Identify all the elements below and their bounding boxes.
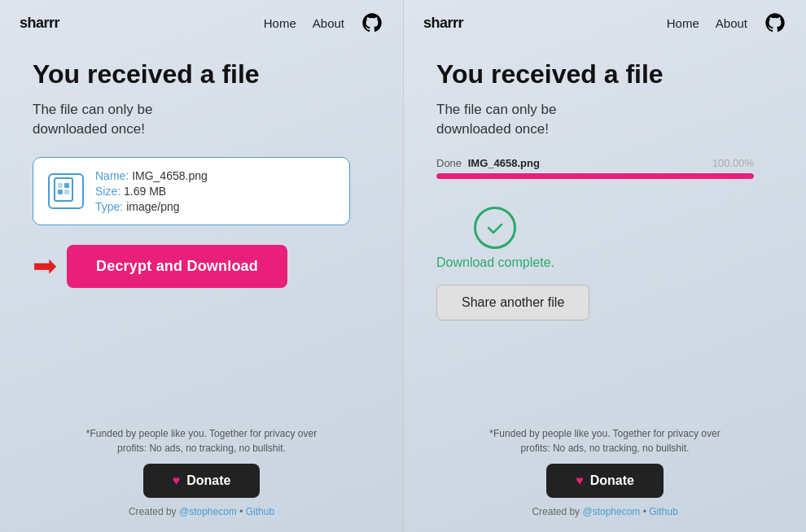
right-stophecom-link[interactable]: @stophecom	[582, 506, 640, 517]
left-panel: sharrr Home About You received a file Th…	[0, 0, 403, 532]
left-donate-button[interactable]: ♥ Donate	[143, 464, 261, 498]
svg-rect-0	[55, 178, 72, 201]
file-type-icon	[48, 173, 84, 209]
left-page-title: You received a file	[33, 60, 260, 89]
file-type: Type: image/png	[95, 200, 208, 213]
right-footer: *Funded by people like you. Together for…	[404, 426, 806, 532]
right-panel: sharrr Home About You received a file Th…	[403, 0, 806, 532]
right-donate-button[interactable]: ♥ Donate	[546, 464, 664, 498]
decrypt-download-button[interactable]: Decrypt and Download	[67, 245, 287, 288]
right-nav: Home About	[667, 11, 786, 34]
progress-label-row: Done IMG_4658.png 100.00%	[436, 157, 754, 169]
svg-rect-4	[64, 190, 69, 194]
complete-text: Download complete.	[436, 255, 554, 270]
share-another-file-button[interactable]: Share another file	[436, 285, 589, 321]
heart-icon: ♥	[173, 473, 181, 488]
right-github-icon[interactable]	[764, 11, 786, 34]
right-content: You received a file The file can only be…	[404, 46, 806, 426]
right-nav-about[interactable]: About	[716, 16, 747, 30]
action-row: ➡ Decrypt and Download	[33, 245, 287, 288]
left-header: sharrr Home About	[0, 0, 403, 46]
progress-done-label: Done IMG_4658.png	[436, 157, 540, 169]
left-subtitle: The file can only bedownloaded once!	[33, 100, 152, 139]
download-complete-section: Download complete.	[436, 207, 554, 270]
right-nav-home[interactable]: Home	[667, 16, 699, 30]
progress-filename: IMG_4658.png	[468, 157, 540, 169]
check-circle-icon	[474, 207, 516, 249]
left-logo: sharrr	[20, 15, 59, 32]
right-subtitle: The file can only bedownloaded once!	[436, 100, 556, 139]
svg-rect-1	[58, 183, 63, 188]
right-footer-links: Created by @stophecom • Github	[532, 506, 677, 517]
left-github-link[interactable]: Github	[246, 506, 274, 517]
left-content: You received a file The file can only be…	[0, 46, 403, 426]
right-heart-icon: ♥	[576, 473, 584, 488]
progress-bar-fill	[436, 173, 754, 179]
right-github-link[interactable]: Github	[649, 506, 677, 517]
left-stophecom-link[interactable]: @stophecom	[179, 506, 237, 517]
file-info-box: Name: IMG_4658.png Size: 1.69 MB Type: i…	[33, 157, 350, 225]
file-name: Name: IMG_4658.png	[95, 169, 208, 182]
right-logo: sharrr	[423, 15, 463, 32]
progress-percent: 100.00%	[712, 157, 754, 169]
progress-section: Done IMG_4658.png 100.00%	[436, 157, 754, 179]
right-page-title: You received a file	[436, 60, 664, 89]
left-nav-about[interactable]: About	[313, 16, 344, 30]
left-footer-links: Created by @stophecom • Github	[129, 506, 274, 517]
left-github-icon[interactable]	[361, 11, 383, 34]
left-nav-home[interactable]: Home	[264, 16, 296, 30]
svg-rect-3	[64, 183, 69, 188]
svg-rect-2	[58, 190, 63, 194]
right-tagline: *Funded by people like you. Together for…	[489, 426, 720, 456]
file-details: Name: IMG_4658.png Size: 1.69 MB Type: i…	[95, 169, 208, 213]
arrow-right-icon: ➡	[33, 251, 57, 281]
left-footer: *Funded by people like you. Together for…	[0, 426, 403, 532]
progress-bar-bg	[436, 173, 754, 179]
right-header: sharrr Home About	[404, 0, 806, 46]
file-size: Size: 1.69 MB	[95, 185, 208, 198]
left-nav: Home About	[264, 11, 383, 34]
left-tagline: *Funded by people like you. Together for…	[86, 426, 317, 456]
